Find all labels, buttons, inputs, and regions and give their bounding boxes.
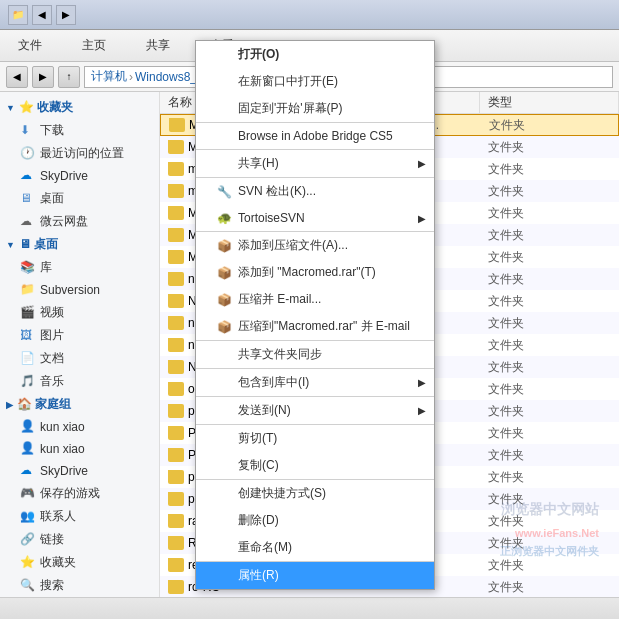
back-button[interactable]: ◀ bbox=[6, 66, 28, 88]
ctx-submenu-arrow: ▶ bbox=[418, 405, 426, 416]
ctx-item-open[interactable]: 打开(O) bbox=[196, 41, 434, 68]
context-menu: 打开(O)在新窗口中打开(E)固定到'开始'屏幕(P)Browse in Ado… bbox=[195, 40, 435, 590]
sidebar-item-doc[interactable]: 📄 文档 bbox=[0, 347, 159, 370]
sidebar-item-contacts[interactable]: 👥 联系人 bbox=[0, 505, 159, 528]
sidebar-desktop-header[interactable]: ▼ 🖥 桌面 bbox=[0, 233, 159, 256]
sidebar-item-skydrive2[interactable]: ☁ SkyDrive bbox=[0, 460, 159, 482]
recent-icon: 🕐 bbox=[20, 146, 36, 162]
ctx-label-open: 打开(O) bbox=[238, 46, 279, 63]
cell-type: 文件夹 bbox=[480, 579, 619, 596]
sidebar-item-links[interactable]: 🔗 链接 bbox=[0, 528, 159, 551]
skydrive2-icon: ☁ bbox=[20, 463, 36, 479]
ctx-item-sync[interactable]: 共享文件夹同步 bbox=[196, 341, 434, 369]
ctx-item-add-rar[interactable]: 📦添加到 "Macromed.rar"(T) bbox=[196, 259, 434, 286]
ribbon-tab-share[interactable]: 共享 bbox=[136, 33, 180, 58]
cell-type: 文件夹 bbox=[480, 249, 619, 266]
cell-type: 文件夹 bbox=[480, 535, 619, 552]
sidebar-item-weiyun[interactable]: ☁ 微云网盘 bbox=[0, 210, 159, 233]
ctx-item-zip-rar-email[interactable]: 📦压缩到"Macromed.rar" 并 E-mail bbox=[196, 313, 434, 341]
ctx-item-adobe-bridge[interactable]: Browse in Adobe Bridge CS5 bbox=[196, 123, 434, 150]
folder-icon bbox=[168, 338, 184, 352]
sidebar-favorites-header[interactable]: ▼ ⭐ 收藏夹 bbox=[0, 96, 159, 119]
folder-icon bbox=[168, 272, 184, 286]
ctx-item-rename[interactable]: 重命名(M) bbox=[196, 534, 434, 562]
cell-type: 文件夹 bbox=[480, 491, 619, 508]
ctx-item-create-shortcut[interactable]: 创建快捷方式(S) bbox=[196, 480, 434, 507]
sidebar-download-label: 下载 bbox=[40, 122, 64, 139]
cell-type: 文件夹 bbox=[480, 403, 619, 420]
sidebar-item-library[interactable]: 📚 库 bbox=[0, 256, 159, 279]
sidebar-homegroup-header[interactable]: ▶ 🏠 家庭组 bbox=[0, 393, 159, 416]
sidebar-video-label: 视频 bbox=[40, 304, 64, 321]
sidebar-item-image[interactable]: 🖼 图片 bbox=[0, 324, 159, 347]
ribbon-tab-file[interactable]: 文件 bbox=[8, 33, 52, 58]
ctx-item-send-to[interactable]: 发送到(N)▶ bbox=[196, 397, 434, 425]
subversion-icon: 📁 bbox=[20, 282, 36, 298]
col-type-header[interactable]: 类型 bbox=[480, 92, 619, 113]
library-icon: 📚 bbox=[20, 260, 36, 276]
sidebar-item-favorites2[interactable]: ⭐ 收藏夹 bbox=[0, 551, 159, 574]
ctx-icon-sync bbox=[216, 347, 232, 363]
ctx-icon-tortoise: 🐢 bbox=[216, 210, 232, 226]
sidebar-kunxiao2-label: kun xiao bbox=[40, 442, 85, 456]
contact-icon: 👥 bbox=[20, 509, 36, 525]
desktop-section-label: 🖥 桌面 bbox=[19, 236, 58, 253]
ctx-icon-svn-checkout: 🔧 bbox=[216, 184, 232, 200]
status-bar bbox=[0, 597, 619, 619]
sidebar-skydrive-label: SkyDrive bbox=[40, 169, 88, 183]
ctx-icon-include-lib bbox=[216, 375, 232, 391]
sidebar-item-kunxiao2[interactable]: 👤 kun xiao bbox=[0, 438, 159, 460]
ctx-item-tortoise[interactable]: 🐢TortoiseSVN▶ bbox=[196, 205, 434, 232]
cell-type: 文件夹 bbox=[480, 161, 619, 178]
sidebar-item-skydrive[interactable]: ☁ SkyDrive bbox=[0, 165, 159, 187]
ctx-item-zip-email[interactable]: 📦压缩并 E-mail... bbox=[196, 286, 434, 313]
ctx-item-open-new[interactable]: 在新窗口中打开(E) bbox=[196, 68, 434, 95]
ctx-label-svn-checkout: SVN 检出(K)... bbox=[238, 183, 316, 200]
sidebar-item-subversion[interactable]: 📁 Subversion bbox=[0, 279, 159, 301]
sidebar-item-kunxiao1[interactable]: 👤 kun xiao bbox=[0, 416, 159, 438]
ctx-item-properties[interactable]: 属性(R) bbox=[196, 562, 434, 589]
ctx-icon-properties bbox=[216, 568, 232, 584]
sidebar-item-searches[interactable]: 🔍 搜索 bbox=[0, 574, 159, 597]
ctx-label-include-lib: 包含到库中(I) bbox=[238, 374, 309, 391]
sidebar-skydrive2-label: SkyDrive bbox=[40, 464, 88, 478]
cell-type: 文件夹 bbox=[480, 139, 619, 156]
ctx-label-rename: 重命名(M) bbox=[238, 539, 292, 556]
ctx-item-share[interactable]: 共享(H)▶ bbox=[196, 150, 434, 178]
sidebar-item-savedgames[interactable]: 🎮 保存的游戏 bbox=[0, 482, 159, 505]
ctx-icon-open-new bbox=[216, 74, 232, 90]
path-computer[interactable]: 计算机 bbox=[91, 68, 127, 85]
cell-type: 文件夹 bbox=[480, 381, 619, 398]
forward-button[interactable]: ▶ bbox=[32, 66, 54, 88]
ribbon-tab-home[interactable]: 主页 bbox=[72, 33, 116, 58]
ctx-icon-cut bbox=[216, 431, 232, 447]
folder-icon bbox=[168, 404, 184, 418]
sidebar: ▼ ⭐ 收藏夹 ⬇ 下载 🕐 最近访问的位置 ☁ SkyDrive 🖥 桌面 ☁… bbox=[0, 92, 160, 619]
sidebar-item-video[interactable]: 🎬 视频 bbox=[0, 301, 159, 324]
ctx-label-add-rar: 添加到 "Macromed.rar"(T) bbox=[238, 264, 376, 281]
ctx-item-delete[interactable]: 删除(D) bbox=[196, 507, 434, 534]
sidebar-item-download[interactable]: ⬇ 下载 bbox=[0, 119, 159, 142]
sidebar-item-music[interactable]: 🎵 音乐 bbox=[0, 370, 159, 393]
ctx-item-copy[interactable]: 复制(C) bbox=[196, 452, 434, 480]
sidebar-item-desktop[interactable]: 🖥 桌面 bbox=[0, 187, 159, 210]
ctx-submenu-arrow: ▶ bbox=[418, 213, 426, 224]
ctx-label-sync: 共享文件夹同步 bbox=[238, 346, 322, 363]
ctx-item-include-lib[interactable]: 包含到库中(I)▶ bbox=[196, 369, 434, 397]
sidebar-desktop-label: 桌面 bbox=[40, 190, 64, 207]
folder-icon bbox=[168, 536, 184, 550]
desktop-icon: 🖥 bbox=[20, 191, 36, 207]
title-forward-icon[interactable]: ▶ bbox=[56, 5, 76, 25]
title-back-icon[interactable]: ◀ bbox=[32, 5, 52, 25]
ctx-item-pin-start[interactable]: 固定到'开始'屏幕(P) bbox=[196, 95, 434, 123]
sidebar-recent-label: 最近访问的位置 bbox=[40, 145, 124, 162]
sidebar-item-recent[interactable]: 🕐 最近访问的位置 bbox=[0, 142, 159, 165]
sidebar-subversion-label: Subversion bbox=[40, 283, 100, 297]
ctx-item-svn-checkout[interactable]: 🔧SVN 检出(K)... bbox=[196, 178, 434, 205]
ctx-icon-send-to bbox=[216, 403, 232, 419]
ctx-item-add-zip[interactable]: 📦添加到压缩文件(A)... bbox=[196, 232, 434, 259]
folder-icon bbox=[168, 140, 184, 154]
ctx-item-cut[interactable]: 剪切(T) bbox=[196, 425, 434, 452]
up-button[interactable]: ↑ bbox=[58, 66, 80, 88]
title-folder-icon[interactable]: 📁 bbox=[8, 5, 28, 25]
